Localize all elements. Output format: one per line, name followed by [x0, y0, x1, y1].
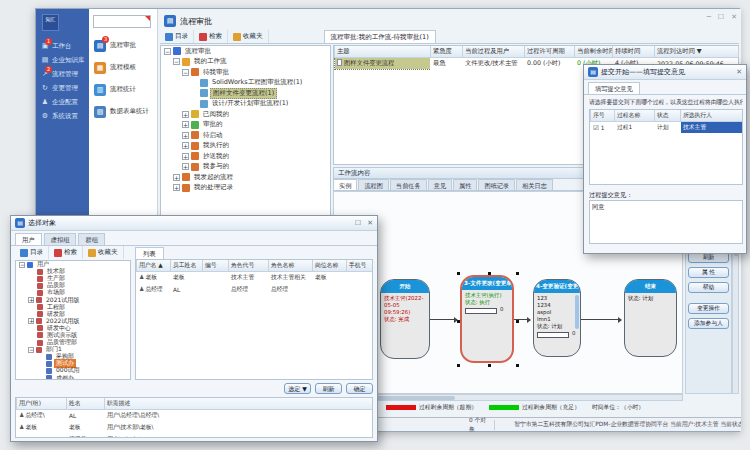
column-header[interactable]: 所选执行人 [681, 110, 743, 122]
workflow-tab-图纸记录[interactable]: 图纸记录 [478, 179, 515, 190]
workflow-node-4-变更验证(变更单[interactable]: 4-变更验证(变更单1231234aspollmn1状态: 计划0 [533, 279, 581, 357]
column-header[interactable]: 过程名称 [615, 110, 655, 122]
column-header[interactable]: 角色名称 [269, 260, 313, 272]
maximize-icon[interactable]: ☐ [355, 219, 361, 227]
table-row[interactable]: ♟老板老板用户\技术部\老板\ [17, 422, 373, 434]
tree-expand-icon[interactable]: + [173, 184, 180, 191]
column-header[interactable]: 岗位名称 [313, 260, 347, 272]
workflow-tab-意见[interactable]: 意见 [428, 179, 452, 190]
tree-expand-icon[interactable]: + [182, 132, 189, 139]
tree-item[interactable]: −流程审批 [161, 46, 330, 57]
tree-item[interactable]: +2021试用版 [16, 296, 130, 303]
toolbar-button-目录[interactable]: 目录 [160, 30, 194, 43]
minimize-icon[interactable]: ─ [707, 13, 711, 21]
sidebar-item-企业知识库[interactable]: ▤企业知识库 [36, 53, 89, 67]
toolbar-button-检索[interactable]: 检索 [194, 30, 228, 43]
workflow-tab-相关日志[interactable]: 相关日志 [516, 179, 553, 190]
column-header[interactable]: 姓名 [67, 398, 105, 410]
column-header[interactable]: 持续时间 [613, 46, 655, 58]
tree-expand-icon[interactable]: + [182, 121, 189, 128]
workflow-tab-实例[interactable]: 实例 [333, 179, 357, 190]
side-button-变更操作[interactable]: 变更操作 [688, 303, 729, 314]
side-button-属 性[interactable]: 属 性 [688, 267, 729, 278]
column-header[interactable]: 当前剩余时间 [575, 46, 613, 58]
column-header[interactable]: 手机号 [347, 260, 373, 272]
tree-expand-icon[interactable]: + [28, 297, 34, 303]
tree-item[interactable]: +我的处理记录 [161, 183, 330, 194]
tree-expand-icon[interactable]: − [182, 69, 189, 76]
tree-expand-icon[interactable]: − [28, 347, 34, 353]
close-icon[interactable]: ✕ [367, 219, 373, 227]
select-dialog-tab-用户[interactable]: 用户 [15, 233, 42, 245]
workflow-tab-当前任务[interactable]: 当前任务 [390, 179, 427, 190]
table-row[interactable]: ♟admin管理员用户\admin\ [17, 434, 373, 439]
tree-expand-icon[interactable]: + [182, 142, 189, 149]
sidebar-item-工作台[interactable]: ▣1工作台 [36, 39, 89, 53]
dialog-button-选定 ▼[interactable]: 选定 ▼ [284, 383, 311, 394]
toolbar-button-收藏夹[interactable]: 收藏夹 [228, 30, 269, 43]
selection-handle[interactable] [457, 364, 460, 367]
column-header[interactable]: 状态 [655, 110, 681, 122]
column-header[interactable]: 流程到达时间 ▼ [655, 46, 739, 58]
search-input[interactable] [93, 15, 151, 28]
side-button-帮助[interactable]: 帮助 [688, 282, 729, 293]
opinion-textarea[interactable]: 同意 [589, 200, 743, 244]
column-header[interactable]: 角色代号 [229, 260, 269, 272]
table-row[interactable]: ♟总经理AL总经理总经理 [137, 284, 373, 296]
process-row[interactable]: ☑ 1过程1计划技术主管 [591, 122, 743, 134]
tree-expand-icon[interactable]: − [19, 262, 25, 268]
list-tab[interactable]: 列表 [135, 247, 164, 259]
toolbar-button-目录[interactable]: 目录 [15, 246, 49, 259]
worklist-tab[interactable]: 流程审批:我的工作流-待我审批(1) [324, 30, 436, 43]
table-row[interactable]: ♟老板老板技术主管技术主管相关老板 [137, 272, 373, 284]
selection-handle[interactable] [516, 364, 519, 367]
tree-item[interactable]: 工程部 [16, 304, 130, 311]
nav-item-流程模板[interactable]: ▦流程模板 [94, 60, 158, 75]
tree-item[interactable]: SolidWorks工程图审批流程(1) [161, 78, 330, 89]
column-header[interactable]: 职责描述 [105, 398, 373, 410]
tree-item[interactable]: 品质部 [16, 282, 130, 289]
side-button-添加参与人[interactable]: 添加参与人 [688, 318, 729, 329]
selection-handle[interactable] [516, 320, 519, 323]
selection-handle[interactable] [488, 272, 491, 275]
submit-dialog-close-icon[interactable]: ✕ [736, 68, 742, 76]
column-header[interactable]: 用户(组) [17, 398, 67, 410]
tree-expand-icon[interactable]: + [182, 153, 189, 160]
canvas-horizontal-scrollbar[interactable] [333, 394, 683, 401]
tree-item[interactable]: +抄送我的 [161, 151, 330, 162]
tree-item[interactable]: +我参与的 [161, 162, 330, 173]
node-scrollbar[interactable] [575, 295, 579, 329]
column-header[interactable]: 用户名 ▲ [137, 260, 171, 272]
dialog-button-确定[interactable]: 确定 [346, 383, 373, 394]
workflow-node-结束[interactable]: 结束状态: 计划 [624, 279, 677, 357]
tree-item[interactable]: 设计/开发计划审批流程(1) [161, 99, 330, 110]
tree-item[interactable]: 生产部 [16, 275, 130, 282]
selection-handle[interactable] [488, 364, 491, 367]
sidebar-item-变更管理[interactable]: ↻变更管理 [36, 81, 89, 95]
sidebar-item-企业配置[interactable]: ♟企业配置 [36, 95, 89, 109]
tree-expand-icon[interactable]: + [182, 111, 189, 118]
tree-item[interactable]: +我执行的 [161, 141, 330, 152]
tree-expand-icon[interactable]: − [164, 48, 171, 55]
selection-handle[interactable] [516, 272, 519, 275]
nav-item-数据表单统计[interactable]: ▧数据表单统计 [94, 104, 158, 119]
tree-item[interactable]: −用户 [16, 261, 130, 268]
toolbar-button-收藏夹[interactable]: 收藏夹 [83, 246, 124, 259]
maximize-icon[interactable]: ☐ [718, 13, 724, 21]
tree-item[interactable]: +审批的 [161, 120, 330, 131]
sidebar-item-流程管理[interactable]: ↗2流程管理 [36, 67, 89, 81]
column-header[interactable]: 编号 [203, 260, 229, 272]
tree-item[interactable]: +已阅我的 [161, 109, 330, 120]
executor-cell[interactable]: 技术主管 [681, 122, 743, 134]
dialog-button-刷新[interactable]: 刷新 [315, 383, 342, 394]
tree-item[interactable]: −待我审批 [161, 67, 330, 78]
workflow-tab-流程图[interactable]: 流程图 [358, 179, 389, 190]
select-dialog-tab-群组[interactable]: 群组 [78, 233, 105, 245]
column-header[interactable]: 主题 [335, 46, 431, 58]
nav-item-流程统计[interactable]: ▥流程统计 [94, 82, 158, 97]
column-header[interactable]: 序号 [591, 110, 615, 122]
sidebar-item-系统设置[interactable]: ⚙系统设置 [36, 109, 89, 123]
tree-item[interactable]: +我发起的流程 [161, 172, 330, 183]
toolbar-button-检索[interactable]: 检索 [49, 246, 83, 259]
column-header[interactable]: 过程许可周期 [525, 46, 575, 58]
